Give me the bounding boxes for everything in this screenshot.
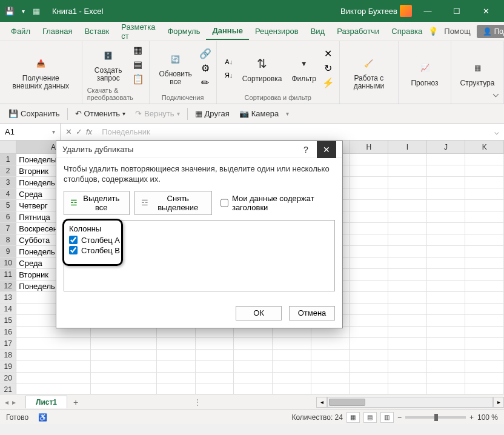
cell[interactable]: [196, 350, 234, 360]
cell[interactable]: [465, 257, 504, 268]
row-header[interactable]: 16: [0, 327, 16, 337]
sort-asc-icon[interactable]: A↓: [223, 56, 235, 68]
cell[interactable]: [157, 384, 196, 394]
cell[interactable]: [427, 188, 466, 199]
tab-home[interactable]: Главная: [36, 23, 78, 39]
tab-file[interactable]: Файл: [5, 23, 36, 39]
scroll-thumb[interactable]: [329, 399, 365, 406]
cell[interactable]: [465, 269, 504, 280]
tab-data[interactable]: Данные: [206, 22, 249, 40]
cell[interactable]: [350, 304, 388, 314]
table-row[interactable]: 21: [0, 384, 504, 394]
zoom-in-icon[interactable]: +: [469, 413, 474, 422]
dialog-close-button[interactable]: ✕: [317, 141, 336, 158]
accessibility-icon[interactable]: ♿: [38, 413, 47, 422]
cell[interactable]: [388, 327, 427, 337]
cell[interactable]: [196, 373, 234, 384]
horizontal-scrollbar[interactable]: ◂ ▸: [316, 397, 504, 408]
expand-formula-bar-icon[interactable]: ⌵: [489, 127, 504, 136]
cell[interactable]: [350, 269, 388, 280]
cell[interactable]: [427, 246, 466, 257]
table-row[interactable]: 18: [0, 350, 504, 361]
cell[interactable]: [350, 361, 388, 372]
cell[interactable]: [91, 384, 158, 394]
cell[interactable]: [465, 373, 504, 384]
scroll-right-icon[interactable]: ▸: [493, 397, 504, 408]
cell[interactable]: [311, 361, 350, 372]
show-queries-icon[interactable]: ▦: [132, 44, 144, 56]
qat-undo[interactable]: ↶Отменить▾: [73, 108, 128, 119]
dialog-help-button[interactable]: ?: [296, 141, 316, 158]
row-header[interactable]: 18: [0, 350, 16, 360]
qat-other[interactable]: ▦Другая: [193, 108, 232, 119]
cell[interactable]: [350, 315, 388, 326]
cell[interactable]: [465, 327, 504, 337]
cell[interactable]: [388, 269, 427, 280]
cell[interactable]: [350, 281, 388, 291]
row-header[interactable]: 11: [0, 269, 16, 280]
view-pagelayout-icon[interactable]: ▤: [363, 412, 377, 423]
cell[interactable]: [91, 373, 158, 384]
row-header[interactable]: 20: [0, 373, 16, 384]
row-header[interactable]: 21: [0, 384, 16, 394]
cell[interactable]: [273, 350, 311, 360]
lightbulb-icon[interactable]: 💡: [428, 27, 438, 36]
save-icon[interactable]: 💾: [5, 6, 15, 16]
table-row[interactable]: 19: [0, 361, 504, 373]
cell[interactable]: [234, 350, 273, 360]
zoom-level[interactable]: 100 %: [477, 413, 498, 422]
qat-redo[interactable]: ↷Вернуть▾: [133, 108, 182, 119]
select-all-button[interactable]: ☲Выделить все: [64, 191, 130, 215]
scroll-left-icon[interactable]: ◂: [316, 397, 327, 408]
row-header[interactable]: 9: [0, 246, 16, 257]
cell[interactable]: [427, 327, 466, 337]
cell[interactable]: [427, 315, 466, 326]
clear-filter-icon[interactable]: ✕: [322, 48, 334, 60]
cell[interactable]: [350, 327, 388, 337]
maximize-button[interactable]: ☐: [443, 0, 470, 22]
row-header[interactable]: 3: [0, 177, 16, 188]
from-table-icon[interactable]: ▤: [132, 59, 144, 71]
cell[interactable]: [427, 223, 466, 234]
zoom-out-icon[interactable]: −: [397, 413, 402, 422]
cell[interactable]: [350, 350, 388, 360]
recent-sources-icon[interactable]: 📋: [132, 73, 144, 85]
cell[interactable]: [465, 165, 504, 176]
cell[interactable]: [350, 200, 388, 211]
prev-sheet-icon[interactable]: ◂: [4, 398, 10, 407]
fx-icon[interactable]: fx: [86, 127, 92, 136]
cell[interactable]: [388, 281, 427, 291]
select-all-corner[interactable]: [0, 141, 16, 153]
cell[interactable]: [388, 223, 427, 234]
cell[interactable]: [427, 361, 466, 372]
col-header[interactable]: J: [427, 141, 466, 153]
accept-formula-icon[interactable]: ✓: [76, 127, 82, 136]
cell[interactable]: [465, 304, 504, 314]
cell[interactable]: [427, 373, 466, 384]
deselect-all-button[interactable]: ☲Снять выделение: [134, 191, 212, 215]
cell[interactable]: [388, 373, 427, 384]
cell[interactable]: [16, 384, 90, 394]
cell[interactable]: [311, 373, 350, 384]
cell[interactable]: [388, 361, 427, 372]
dialog-titlebar[interactable]: Удалить дубликаты ? ✕: [56, 141, 342, 158]
cell[interactable]: [427, 384, 466, 394]
cell[interactable]: [350, 177, 388, 188]
cell[interactable]: [350, 211, 388, 222]
headers-checkbox[interactable]: [220, 199, 228, 207]
cell[interactable]: [273, 338, 311, 349]
row-header[interactable]: 2: [0, 165, 16, 176]
add-sheet-button[interactable]: +: [73, 397, 78, 407]
row-header[interactable]: 5: [0, 200, 16, 211]
cell[interactable]: [91, 361, 158, 372]
slider-thumb[interactable]: [434, 414, 438, 421]
scroll-track[interactable]: [327, 397, 493, 408]
sort-button[interactable]: ⇅ Сортировка: [239, 51, 286, 85]
cell[interactable]: [388, 384, 427, 394]
get-external-data-button[interactable]: 📥 Получение внешних данных: [5, 52, 77, 93]
cell[interactable]: [465, 350, 504, 360]
cancel-formula-icon[interactable]: ✕: [65, 127, 72, 136]
name-box[interactable]: A1▾: [0, 124, 61, 140]
cell[interactable]: [350, 338, 388, 349]
cell[interactable]: [157, 361, 196, 372]
